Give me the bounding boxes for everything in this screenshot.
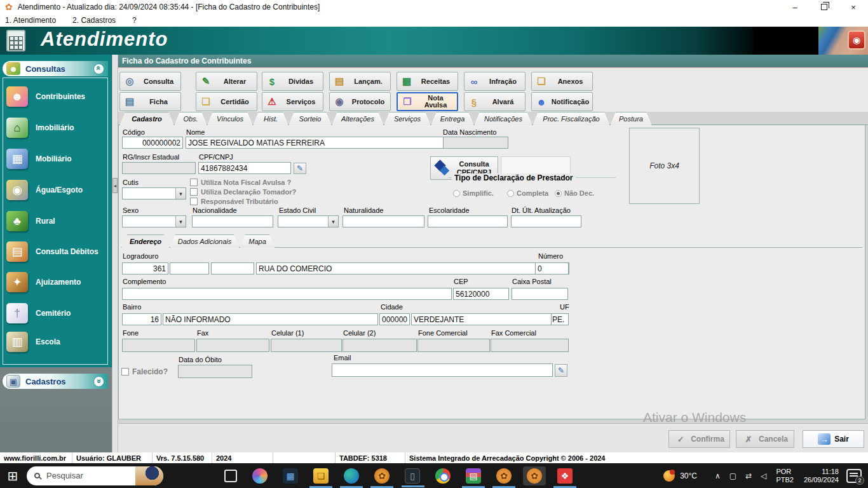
search-input[interactable]: Pesquisar [27,466,163,485]
radio-selected-icon[interactable] [555,190,562,197]
nota-avulsa-button[interactable]: ❒ NotaAvulsa [397,92,458,111]
tab-servicos[interactable]: Serviços [384,112,431,125]
bairro-codigo-input[interactable] [122,313,161,325]
checkbox-icon[interactable] [190,188,198,196]
caixa-postal-input[interactable] [512,288,568,300]
menu-cadastros[interactable]: 2. Cadastros [72,16,116,25]
naturalidade-input[interactable] [342,215,424,227]
consulta-button[interactable]: ◎ Consulta [119,72,181,91]
subtab-endereco[interactable]: Endereço [121,234,170,248]
fone-input[interactable] [122,339,195,352]
cep-input[interactable] [453,288,509,300]
data-nascimento-input[interactable] [443,137,508,149]
tab-vinculos[interactable]: Vínculos [207,112,253,125]
volume-icon[interactable]: ◁ [761,471,766,480]
sidebar-group-consultas[interactable]: ☻ Consultas « [3,61,108,76]
network-icon[interactable]: ⇄ [745,471,752,480]
email-input[interactable] [332,363,553,377]
complemento-input[interactable] [122,288,452,300]
cancela-button[interactable]: ✗ Cancela [736,430,794,448]
chevron-down-icon[interactable]: « [93,376,104,387]
menu-atendimento[interactable]: 1. Atendimento [5,16,56,25]
infracao-button[interactable]: ∞ Infração [464,72,526,91]
cidade-nome-input[interactable] [411,313,568,325]
cidade-codigo-input[interactable] [379,313,410,325]
sidebar-item-rural[interactable]: ♣ Rural [6,207,102,235]
cpf-edit-icon[interactable]: ✎ [294,163,306,174]
protocolo-button[interactable]: ◉ Protocolo [329,92,391,111]
tab-postura[interactable]: Postura [610,112,652,125]
notificacao-button[interactable]: ☻ Notificação [531,92,593,111]
utiliza-nota-fiscal-checkbox[interactable]: Utiliza Nota Fiscal Avulsa ? [190,179,291,186]
sidebar-item-imobiliario[interactable]: ⌂ Imobiliário [6,114,102,142]
device-icon[interactable]: ▯ [405,468,420,484]
close-button[interactable]: × [839,0,868,14]
data-obito-input[interactable] [178,365,252,378]
edge-icon[interactable] [344,468,359,484]
radio-simplific[interactable]: Simplific. [453,189,494,197]
restore-button[interactable] [810,0,839,14]
fone-comercial-input[interactable] [417,339,490,352]
escolaridade-input[interactable] [428,215,508,227]
task-view-icon[interactable] [224,470,237,482]
codigo-input[interactable] [122,137,183,149]
mail-icon[interactable]: ▦ [283,468,298,484]
nacionalidade-input[interactable] [192,215,273,227]
logradouro-codigo-input[interactable] [122,262,168,274]
dividas-button[interactable]: $ Dívidas [262,72,323,91]
alvara-button[interactable]: § Alvará [464,92,526,111]
sidebar-item-consulta-debitos[interactable]: ▤ Consulta Débitos [6,238,102,266]
tab-obs[interactable]: Obs. [174,112,207,125]
sidebar-item-ajuizamento[interactable]: ✦ Ajuizamento [6,268,102,296]
logradouro-nome-input[interactable] [256,262,569,274]
receitas-button[interactable]: ▦ Receitas [397,72,458,91]
explorer-icon[interactable]: ❏ [313,468,329,484]
fiorilli-active-icon[interactable]: ✿ [527,468,542,484]
alterar-button[interactable]: ✎ Alterar [196,72,257,91]
sidebar-item-contribuintes[interactable]: ☻ Contribuintes [6,83,102,111]
sidebar-group-cadastros[interactable]: ▣ Cadastros « [3,374,108,389]
rg-input[interactable] [122,162,196,174]
servicos-button[interactable]: ⚠ Serviços [262,92,323,111]
tray-chevron-up-icon[interactable]: ∧ [715,471,721,480]
sidebar-splitter[interactable]: ◂ [112,55,118,452]
fax-comercial-input[interactable] [491,339,569,352]
sidebar-item-agua-esgoto[interactable]: ◉ Água/Esgoto [6,176,102,204]
copilot-icon[interactable] [252,468,268,484]
temperature-label[interactable]: 30°C [680,471,697,480]
responsavel-tributario-checkbox[interactable]: Responsável Tributário [190,198,278,205]
tab-proc-fiscalizacao[interactable]: Proc. Fiscalização [532,112,610,125]
utiliza-declaracao-tomador-checkbox[interactable]: Utiliza Declaração Tomador? [190,188,296,196]
cutis-combo[interactable]: ▾ [122,187,186,200]
bairro-nome-input[interactable] [163,313,378,325]
fax-input[interactable] [196,339,269,352]
sidebar-item-cemiterio[interactable]: † Cemitério [6,299,102,327]
uf-input[interactable] [551,313,569,325]
power-icon[interactable]: ◉ [848,30,865,50]
confirma-button[interactable]: ✓ Confirma [668,430,730,448]
celular2-input[interactable] [342,339,417,352]
sair-button[interactable]: → Sair [803,430,864,448]
radio-nao-dec[interactable]: Não Dec. [555,189,594,197]
email-edit-icon[interactable]: ✎ [555,364,567,377]
estado-civil-combo[interactable]: ▾ [278,215,339,227]
radio-icon[interactable] [507,190,514,197]
firebird-icon[interactable]: ✿ [374,468,390,484]
winrar-icon[interactable]: ▤ [466,468,481,484]
radio-completa[interactable]: Completa [507,189,548,197]
subtab-mapa[interactable]: Mapa [240,234,275,248]
tab-cadastro[interactable]: Cadastro [119,112,174,125]
chevron-up-icon[interactable]: « [93,64,104,74]
combo-arrow-icon[interactable]: ▾ [175,188,186,199]
certidao-button[interactable]: ❏ Certidão [196,92,257,111]
celular1-input[interactable] [271,339,342,352]
falecido-checkbox[interactable]: Falecido? [121,367,168,376]
radio-icon[interactable] [453,190,460,197]
notification-icon[interactable]: 2 [846,469,862,483]
checkbox-icon[interactable] [121,368,129,376]
sidebar-item-mobiliario[interactable]: ▦ Mobiliário [6,145,102,173]
ficha-button[interactable]: ▤ Ficha [119,92,181,111]
lancamentos-button[interactable]: ▤ Lançam. [329,72,391,91]
language-indicator[interactable]: POR PTB2 [776,468,794,484]
menu-help[interactable]: ? [132,16,137,25]
